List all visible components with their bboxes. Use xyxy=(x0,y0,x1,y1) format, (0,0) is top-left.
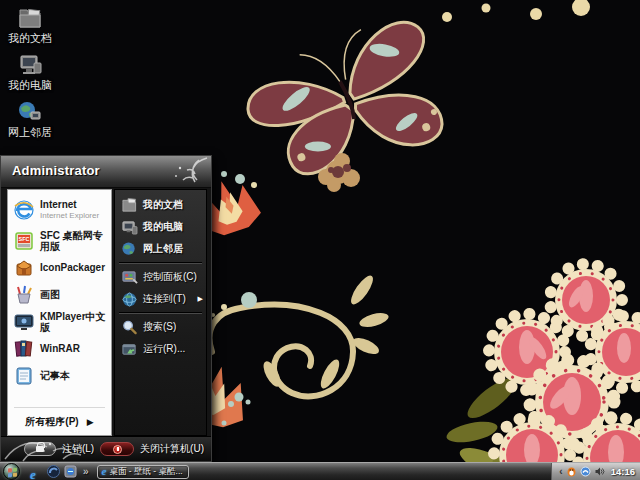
menu-item-label: 记事本 xyxy=(40,370,70,381)
menu-item-internet[interactable]: Internet Internet Explorer xyxy=(10,193,109,227)
power-icon xyxy=(113,445,122,454)
menu-item-label: WinRAR xyxy=(40,343,80,354)
desktop-icon-label: 我的文档 xyxy=(0,32,60,44)
my-computer-icon xyxy=(17,53,43,77)
desktop-icon-my-documents[interactable]: 我的文档 xyxy=(0,6,60,44)
menu-item-label: Internet xyxy=(40,199,77,210)
right-panel-separator xyxy=(119,312,202,314)
quicklaunch-overflow-chevron-icon[interactable]: » xyxy=(83,466,89,477)
menu-item-label: KMPlayer中文版 xyxy=(40,311,109,333)
start-menu-right-panel: 我的文档 我的电脑 网上邻居 xyxy=(114,189,207,436)
taskbar: e » e 桌面 - 壁纸 - 桌酷... ‹ 14:16 xyxy=(0,462,640,480)
notepad-icon xyxy=(13,365,35,387)
all-programs-arrow-icon: ▶ xyxy=(87,417,94,427)
network-places-icon xyxy=(17,100,43,124)
start-menu-left-panel: Internet Internet Explorer SFC SFC 桌酷网专用… xyxy=(7,189,112,436)
menu-item-sfc[interactable]: SFC SFC 桌酷网专用版 xyxy=(10,227,109,254)
menu-item-sublabel: Internet Explorer xyxy=(40,210,99,221)
menu-item-search[interactable]: 搜索(S) xyxy=(115,316,206,338)
my-computer-icon xyxy=(121,219,138,236)
menu-item-iconpackager[interactable]: IconPackager xyxy=(10,254,109,281)
menu-item-label: 网上邻居 xyxy=(143,242,183,256)
right-panel-separator xyxy=(119,262,202,264)
shut-down-label[interactable]: 关闭计算机(U) xyxy=(140,442,204,456)
menu-item-paint[interactable]: 画图 xyxy=(10,281,109,308)
browser-quicklaunch-icon[interactable] xyxy=(64,465,77,478)
pink-flower-art xyxy=(489,264,640,480)
run-icon xyxy=(121,341,138,358)
kmplayer-icon xyxy=(13,311,35,333)
user-name: Administrator xyxy=(12,163,100,178)
connect-to-icon xyxy=(121,291,138,308)
lock-icon xyxy=(36,446,44,452)
network-places-icon xyxy=(121,241,138,258)
menu-item-my-computer[interactable]: 我的电脑 xyxy=(115,216,206,238)
my-documents-icon xyxy=(17,6,43,30)
bottom-bar-floral-decoration-icon xyxy=(3,437,93,462)
submenu-arrow-icon: ▶ xyxy=(198,295,203,303)
internet-explorer-icon xyxy=(13,199,35,221)
sfc-app-icon: SFC xyxy=(13,230,35,252)
winrar-icon xyxy=(13,338,35,360)
menu-item-label: IconPackager xyxy=(40,262,105,273)
start-menu-body: Internet Internet Explorer SFC SFC 桌酷网专用… xyxy=(1,188,211,436)
menu-item-label: SFC 桌酷网专用版 xyxy=(40,230,109,252)
menu-item-network-places[interactable]: 网上邻居 xyxy=(115,238,206,260)
tray-collapse-chevron-icon[interactable]: ‹ xyxy=(559,466,562,477)
windows-flag-icon xyxy=(8,468,17,478)
menu-item-label: 运行(R)... xyxy=(143,342,185,356)
search-icon xyxy=(121,319,138,336)
task-button-desktop-wallpaper[interactable]: e 桌面 - 壁纸 - 桌酷... xyxy=(97,465,189,479)
ie-icon: e xyxy=(102,465,107,478)
swirl-art xyxy=(210,273,391,397)
start-menu: Administrator Internet Internet Explorer xyxy=(0,155,212,462)
shut-down-button[interactable] xyxy=(100,442,134,456)
menu-item-notepad[interactable]: 记事本 xyxy=(10,362,109,389)
menu-item-label: 搜索(S) xyxy=(143,320,176,334)
start-menu-header: Administrator xyxy=(1,156,211,188)
menu-item-connect-to[interactable]: 连接到(T) ▶ xyxy=(115,288,206,310)
all-programs-button[interactable]: 所有程序(P) ▶ xyxy=(10,411,109,433)
volume-tray-icon[interactable] xyxy=(594,466,605,477)
menu-item-label: 控制面板(C) xyxy=(143,270,197,284)
menu-item-label: 我的文档 xyxy=(143,198,183,212)
start-menu-bottom-bar: 注销(L) 关闭计算机(U) xyxy=(1,436,211,461)
left-panel-separator xyxy=(14,407,105,408)
clock[interactable]: 14:16 xyxy=(611,466,635,477)
system-tray: ‹ 14:16 xyxy=(551,463,640,480)
svg-text:SFC: SFC xyxy=(19,236,30,242)
quick-launch-bar: e » xyxy=(30,465,89,478)
all-programs-label: 所有程序(P) xyxy=(25,415,78,429)
desktop-icon-my-computer[interactable]: 我的电脑 xyxy=(0,53,60,91)
messenger-tray-icon[interactable] xyxy=(580,466,591,477)
media-player-quicklaunch-icon[interactable] xyxy=(47,465,60,478)
iconpackager-icon xyxy=(13,257,35,279)
task-button-label: 桌面 - 壁纸 - 桌酷... xyxy=(109,466,182,478)
my-documents-icon xyxy=(121,197,138,214)
start-button[interactable] xyxy=(3,463,20,480)
control-panel-icon xyxy=(121,269,138,286)
menu-item-my-documents[interactable]: 我的文档 xyxy=(115,194,206,216)
menu-item-label: 连接到(T) xyxy=(143,292,186,306)
menu-item-run[interactable]: 运行(R)... xyxy=(115,338,206,360)
menu-item-control-panel[interactable]: 控制面板(C) xyxy=(115,266,206,288)
menu-item-kmplayer[interactable]: KMPlayer中文版 xyxy=(10,308,109,335)
desktop-icon-network-places[interactable]: 网上邻居 xyxy=(0,100,60,138)
menu-item-label: 我的电脑 xyxy=(143,220,183,234)
desktop-icon-label: 网上邻居 xyxy=(0,126,60,138)
qq-messenger-tray-icon[interactable] xyxy=(566,466,577,477)
menu-item-winrar[interactable]: WinRAR xyxy=(10,335,109,362)
ie-quicklaunch-icon[interactable]: e xyxy=(30,465,43,478)
desktop-icon-label: 我的电脑 xyxy=(0,79,60,91)
menu-item-label: 画图 xyxy=(40,289,60,300)
header-floral-decoration-icon xyxy=(149,156,209,186)
paint-icon xyxy=(13,284,35,306)
dots-top-right xyxy=(442,0,590,22)
